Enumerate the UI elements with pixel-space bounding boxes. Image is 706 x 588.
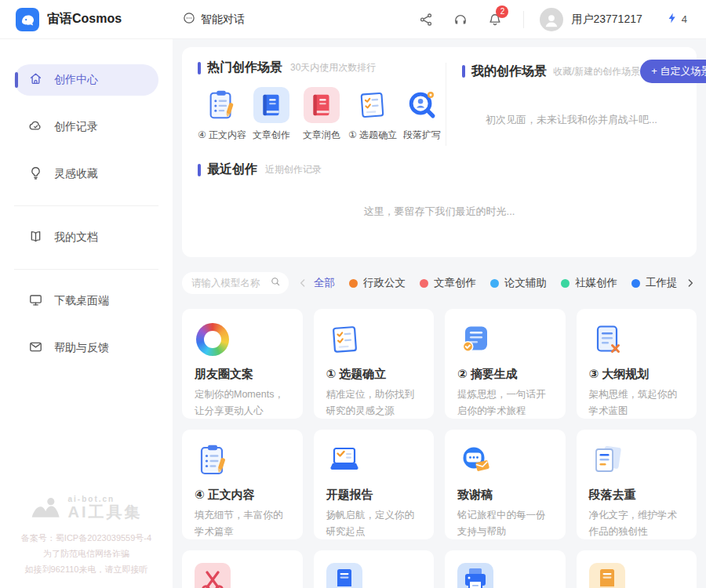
icp-text: 备案号：蜀ICP备2023039559号-4 — [0, 530, 173, 546]
sidebar-footer: ai-bot.cn AI工具集 备案号：蜀ICP备2023039559号-4 为… — [0, 495, 173, 588]
header-divider — [523, 11, 524, 28]
app-brand[interactable]: 宙语Cosmos — [16, 8, 171, 31]
model-filter-row: 全部行政公文文章创作论文辅助社媒创作工作提 — [182, 271, 697, 295]
model-card-9[interactable] — [314, 550, 435, 588]
model-card-10[interactable] — [445, 550, 566, 588]
checklist-icon — [326, 321, 362, 358]
hot-scenes-section: 热门创作场景 30天内使用次数排行 ④ 正文内容文章创作文章润色① 选题确立段落… — [198, 60, 446, 157]
fraud-notice-2: 如接到962110来电，请立即接听 — [0, 561, 173, 577]
my-scenes-title: 我的创作场景 — [471, 64, 547, 80]
category-tab-3[interactable]: 论文辅助 — [490, 273, 547, 293]
tabs-scroll-right-icon[interactable] — [684, 277, 697, 289]
energy-counter[interactable]: 4 — [666, 12, 687, 27]
category-dot-icon — [490, 279, 499, 288]
hot-scene-item-4[interactable]: 段落扩写 — [398, 87, 446, 142]
bulb-icon — [28, 165, 43, 183]
nav-smart-chat-label: 智能对话 — [201, 13, 245, 27]
model-card-desc: 净化文字，维护学术作品的独创性 — [589, 507, 685, 539]
hot-scene-label: 文章润色 — [298, 129, 345, 142]
category-tab-label: 工作提 — [646, 276, 678, 290]
user-avatar[interactable] — [540, 8, 563, 31]
category-tab-1[interactable]: 行政公文 — [349, 273, 406, 293]
category-dot-icon — [631, 279, 640, 288]
sidebar-item-2[interactable]: 灵感收藏 — [14, 158, 158, 190]
hot-scenes-list: ④ 正文内容文章创作文章润色① 选题确立段落扩写 — [198, 87, 446, 142]
search-icon[interactable] — [270, 276, 281, 290]
sidebar-item-1[interactable]: 创作记录 — [14, 111, 158, 143]
tabs-scroll-left-icon[interactable] — [297, 277, 309, 289]
scenes-panel: 热门创作场景 30天内使用次数排行 ④ 正文内容文章创作文章润色① 选题确立段落… — [182, 47, 697, 257]
share-icon[interactable] — [418, 12, 434, 27]
bolt-icon — [666, 12, 679, 27]
model-card-title: ③ 大纲规划 — [589, 367, 685, 382]
my-scenes-empty-text: 初次见面，未来让我和你并肩战斗吧... — [462, 113, 681, 127]
category-tab-label: 论文辅助 — [504, 276, 547, 290]
hot-scene-item-2[interactable]: 文章润色 — [298, 87, 345, 142]
model-card-title: ① 选题确立 — [326, 367, 422, 382]
notification-badge: 2 — [496, 5, 508, 18]
section-accent-bar — [462, 65, 465, 78]
clipboard-icon — [203, 87, 239, 123]
category-tab-label: 全部 — [314, 276, 335, 290]
sidebar-item-label: 帮助与反馈 — [54, 341, 109, 355]
category-tab-label: 社媒创作 — [575, 276, 617, 290]
monitor-icon — [28, 292, 43, 310]
hot-scene-label: 段落扩写 — [398, 129, 446, 142]
sidebar-item-label: 我的文档 — [54, 230, 98, 245]
sidebar-item-0[interactable]: 创作中心 — [14, 64, 158, 96]
docArrows-icon — [589, 442, 625, 478]
search-input[interactable] — [191, 278, 270, 289]
watermark-name: AI工具集 — [68, 503, 143, 521]
category-dot-icon — [561, 279, 570, 288]
my-scenes-section: 我的创作场景 收藏/新建的创作场景 + 自定义场景 初次见面，未来让我和你并肩战… — [446, 60, 681, 157]
sidebar-item-7[interactable]: 帮助与反馈 — [14, 332, 158, 364]
model-card-desc: 架构思维，筑起你的学术蓝图 — [589, 387, 685, 419]
watermark-domain: ai-bot.cn — [68, 495, 143, 503]
category-tab-0[interactable]: 全部 — [314, 273, 335, 293]
category-dot-icon — [420, 279, 428, 288]
model-card-0[interactable]: 朋友圈文案定制你的Moments，让分享更动人心 — [182, 309, 303, 419]
sidebar-item-label: 创作记录 — [54, 120, 98, 134]
bookRed-icon — [304, 87, 340, 123]
category-tab-label: 行政公文 — [363, 276, 406, 290]
hot-scene-item-1[interactable]: 文章创作 — [248, 87, 295, 142]
custom-scene-button[interactable]: + 自定义场景 — [640, 60, 706, 83]
cloud-icon — [28, 118, 43, 136]
chat-bubble-icon — [182, 11, 196, 27]
model-cards-grid: 朋友圈文案定制你的Moments，让分享更动人心① 选题确立精准定位，助你找到研… — [182, 309, 697, 588]
hot-scene-item-0[interactable]: ④ 正文内容 — [198, 87, 245, 142]
main-content: 热门创作场景 30天内使用次数排行 ④ 正文内容文章创作文章润色① 选题确立段落… — [173, 39, 706, 588]
category-tab-4[interactable]: 社媒创作 — [561, 273, 617, 293]
nav-smart-chat[interactable]: 智能对话 — [182, 11, 245, 27]
model-card-8[interactable] — [182, 550, 303, 588]
recent-title: 最近创作 — [207, 162, 257, 178]
laptopCheck-icon — [326, 442, 362, 478]
header-actions: 2 用户23771217 4 — [399, 8, 687, 31]
model-card-1[interactable]: ① 选题确立精准定位，助你找到研究的灵感之源 — [314, 309, 435, 419]
searchPerson-icon — [404, 87, 440, 123]
sidebar-item-6[interactable]: 下载桌面端 — [14, 285, 158, 317]
hot-scene-item-3[interactable]: ① 选题确立 — [348, 87, 395, 142]
model-card-6[interactable]: 致谢稿铭记旅程中的每一份支持与帮助 — [445, 430, 566, 539]
recent-creations-section: 最近创作 近期创作记录 这里，要留存下我们最近的时光... — [198, 157, 681, 257]
sidebar-item-4[interactable]: 我的文档 — [14, 222, 158, 253]
model-card-title: ② 摘要生成 — [457, 367, 553, 382]
model-card-3[interactable]: ③ 大纲规划架构思维，筑起你的学术蓝图 — [577, 309, 697, 419]
category-tab-2[interactable]: 文章创作 — [420, 273, 476, 293]
username-label: 用户23771217 — [571, 13, 642, 27]
docX-icon — [589, 321, 625, 358]
watermark-logo-icon — [31, 496, 62, 520]
model-card-desc: 定制你的Moments，让分享更动人心 — [195, 387, 290, 419]
fraud-notice-1: 为了防范电信网络诈骗 — [0, 546, 173, 561]
model-card-desc: 填充细节，丰富你的学术篇章 — [195, 507, 290, 539]
headphones-icon[interactable] — [453, 12, 468, 27]
home-icon — [28, 71, 43, 89]
model-card-5[interactable]: 开题报告扬帆启航，定义你的研究起点 — [314, 430, 435, 539]
category-tab-5[interactable]: 工作提 — [631, 273, 678, 293]
checklist-icon — [354, 87, 390, 123]
model-card-7[interactable]: 段落去重净化文字，维护学术作品的独创性 — [577, 430, 697, 539]
model-card-2[interactable]: ② 摘要生成提炼思想，一句话开启你的学术旅程 — [445, 309, 566, 419]
model-card-4[interactable]: ④ 正文内容填充细节，丰富你的学术篇章 — [182, 430, 303, 539]
model-card-11[interactable] — [577, 550, 697, 588]
bell-icon[interactable]: 2 — [487, 12, 503, 27]
